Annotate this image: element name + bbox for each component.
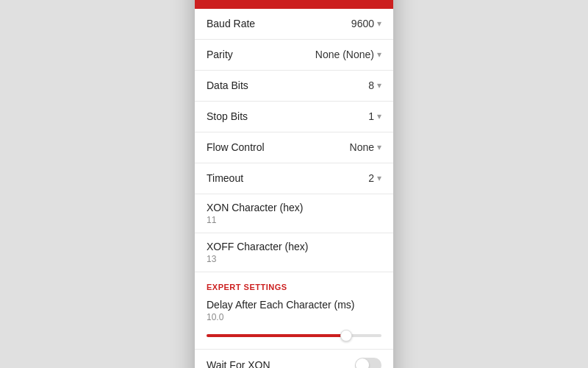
delay-row: Delay After Each Character (ms) 10.0	[195, 293, 393, 327]
xon-label: XON Character (hex)	[207, 202, 381, 213]
stop-bits-label: Stop Bits	[207, 110, 248, 122]
data-bits-chevron: ▾	[377, 80, 381, 91]
delay-slider-track[interactable]	[207, 334, 381, 337]
delay-slider-container	[195, 327, 393, 350]
delay-label: Delay After Each Character (ms)	[207, 299, 381, 311]
wait-for-xon-knob	[356, 358, 369, 369]
xoff-label: XOFF Character (hex)	[207, 241, 381, 252]
timeout-value: 2 ▾	[368, 172, 381, 184]
flow-control-row[interactable]: Flow Control None ▾	[195, 132, 393, 163]
timeout-row[interactable]: Timeout 2 ▾	[195, 163, 393, 194]
expert-settings-label: EXPERT SETTINGS	[207, 283, 287, 291]
baud-rate-row[interactable]: Baud Rate 9600 ▾	[195, 9, 393, 40]
stop-bits-value: 1 ▾	[368, 110, 381, 122]
flow-control-value: None ▾	[350, 141, 381, 153]
timeout-chevron: ▾	[377, 173, 381, 183]
wait-for-xon-label: Wait For XON	[207, 359, 270, 369]
data-bits-value: 8 ▾	[368, 79, 381, 91]
expert-settings-section: EXPERT SETTINGS	[195, 272, 393, 293]
flow-control-chevron: ▾	[377, 142, 381, 152]
delay-slider-thumb[interactable]	[340, 330, 352, 342]
parity-chevron: ▾	[377, 49, 381, 60]
parity-value: None (None) ▾	[315, 49, 381, 60]
delay-slider-fill	[207, 334, 346, 337]
xon-value: 11	[207, 215, 381, 225]
xon-row: XON Character (hex) 11	[195, 194, 393, 233]
baud-rate-chevron: ▾	[377, 18, 381, 29]
settings-content: Baud Rate 9600 ▾ Parity None (None) ▾ Da…	[195, 9, 393, 369]
delay-value: 10.0	[207, 312, 381, 322]
wait-for-xon-row[interactable]: Wait For XON	[195, 350, 393, 369]
stop-bits-chevron: ▾	[377, 111, 381, 121]
page-header: ‹ Serial Port Settings	[195, 0, 393, 9]
flow-control-label: Flow Control	[207, 141, 265, 153]
xoff-value: 13	[207, 254, 381, 264]
data-bits-row[interactable]: Data Bits 8 ▾	[195, 71, 393, 102]
timeout-label: Timeout	[207, 172, 243, 184]
data-bits-label: Data Bits	[207, 79, 248, 91]
main-window: Easy CNC Data Transfer USB ‹ Serial Port…	[195, 0, 393, 368]
xoff-row: XOFF Character (hex) 13	[195, 233, 393, 272]
baud-rate-label: Baud Rate	[207, 18, 255, 29]
stop-bits-row[interactable]: Stop Bits 1 ▾	[195, 102, 393, 132]
parity-row[interactable]: Parity None (None) ▾	[195, 40, 393, 71]
wait-for-xon-toggle[interactable]	[355, 358, 381, 369]
parity-label: Parity	[207, 49, 233, 60]
baud-rate-value: 9600 ▾	[351, 18, 381, 29]
